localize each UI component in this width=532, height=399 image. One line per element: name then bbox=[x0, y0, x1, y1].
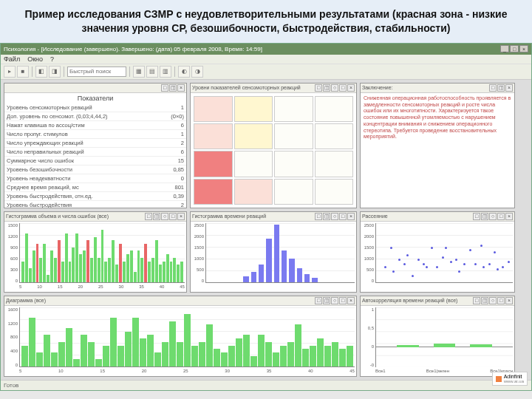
panel-title: Автокорреляция времени реакций (все) bbox=[362, 298, 457, 303]
panel-title: Диаграмма (все) bbox=[6, 298, 46, 303]
close-button[interactable]: × bbox=[519, 45, 528, 52]
tool-icon[interactable]: ▥ bbox=[160, 66, 171, 78]
panel-btn[interactable]: □ bbox=[169, 213, 177, 220]
menu-file[interactable]: Файл bbox=[4, 55, 20, 63]
param-label: Суммарное число ошибок bbox=[4, 157, 160, 165]
chart-bar3: 10,50-0 Все1Все1|зеленВсе1|красн bbox=[361, 306, 514, 376]
panel-btn[interactable]: × bbox=[177, 84, 185, 92]
panel-btn[interactable]: ◫ bbox=[323, 84, 330, 92]
panel-title: Заключение: bbox=[362, 85, 393, 90]
panel-btn[interactable]: ◫ bbox=[497, 84, 505, 92]
branding-badge: Adinfinit www.ai.ua bbox=[492, 372, 528, 386]
panel-btn[interactable]: □ bbox=[339, 297, 347, 304]
panel-btn[interactable]: □ bbox=[473, 213, 480, 220]
logo-icon bbox=[496, 376, 502, 382]
minimize-button[interactable]: _ bbox=[500, 45, 509, 52]
chart-bar1: 150012009006003000 51015202530354045 bbox=[4, 222, 186, 292]
param-value: 6 bbox=[160, 148, 186, 156]
panel-hist: Гистограмма времени реакций □ ◫ ○ □ × 25… bbox=[190, 211, 357, 293]
chart-hist: 25002000150010005000 bbox=[191, 222, 356, 292]
statusbar: Готов bbox=[1, 380, 531, 390]
panel-btn[interactable]: ◫ bbox=[153, 213, 160, 220]
app-window: Психология - [Исследование (завершено). … bbox=[0, 43, 532, 391]
chart-scatter: 25002000150010005000 bbox=[361, 222, 514, 292]
brand-name: Adinfinit bbox=[504, 374, 524, 379]
panel-btn[interactable]: × bbox=[347, 213, 355, 220]
status-text: Готов bbox=[4, 382, 18, 389]
panel-btn[interactable]: □ bbox=[473, 297, 480, 304]
param-value: 2 bbox=[160, 139, 186, 147]
param-value: (0×0) bbox=[160, 112, 186, 120]
panel-btn[interactable]: × bbox=[505, 297, 513, 304]
panel-btn[interactable]: □ bbox=[339, 84, 347, 92]
param-label: Число пропуг. стимулов bbox=[4, 130, 160, 138]
menu-help[interactable]: ? bbox=[50, 55, 54, 63]
tool-icon[interactable]: ▤ bbox=[146, 66, 158, 78]
search-input[interactable] bbox=[67, 66, 126, 77]
panel-btn[interactable]: □ bbox=[497, 297, 505, 304]
param-label: Уровень быстродействия, отн.ед. bbox=[4, 192, 160, 200]
window-title: Психология - [Исследование (завершено). … bbox=[4, 46, 262, 52]
tool-icon[interactable]: ▦ bbox=[133, 66, 145, 78]
tool-icon[interactable]: ■ bbox=[17, 66, 29, 78]
maximize-button[interactable]: □ bbox=[510, 45, 519, 52]
param-value: 0,85 bbox=[160, 166, 186, 174]
param-label: Доп. уровень по сенсомот. (0,03;4,44,2) bbox=[4, 112, 160, 120]
panel-btn[interactable]: × bbox=[177, 213, 185, 220]
panel-btn[interactable]: ◫ bbox=[323, 297, 330, 304]
panel-bar2: Диаграмма (все) □ ◫ ○ □ × 16001200800400… bbox=[4, 296, 357, 377]
tool-icon[interactable]: ◐ bbox=[178, 66, 190, 78]
panel-title: Гистограмма времени реакций bbox=[192, 214, 266, 219]
param-value: 15 bbox=[160, 157, 186, 165]
panel-matrix: Уровни показателей сенсомоторных реакций… bbox=[190, 83, 357, 208]
panel-btn[interactable]: □ bbox=[489, 84, 497, 92]
panel-bar3: Автокорреляция времени реакций (все) □ ◫… bbox=[360, 296, 515, 377]
panel-btn[interactable]: × bbox=[505, 84, 513, 92]
conclusion-text: Сниженная операционная работоспособность… bbox=[361, 93, 514, 208]
panel-btn[interactable]: □ bbox=[315, 297, 322, 304]
param-value: 0,39 bbox=[160, 192, 186, 200]
param-value: 0 bbox=[160, 174, 186, 183]
chart-bar2: 160012008004000 51015202530354045 bbox=[4, 306, 356, 376]
param-label: Среднее время реакций, мс bbox=[4, 183, 160, 191]
panel-btn[interactable]: ◫ bbox=[169, 84, 177, 92]
panel-conclusion: Заключение: □ ◫ × Сниженная операционная… bbox=[360, 83, 515, 208]
panel-btn[interactable]: ○ bbox=[331, 297, 338, 304]
panel-btn[interactable]: ○ bbox=[331, 213, 338, 220]
panel-scatter: Рассеяние □ ◫ ○ □ × 25002000150010005000 bbox=[360, 211, 515, 293]
param-value: 1 bbox=[160, 130, 186, 138]
panel-btn[interactable]: □ bbox=[315, 84, 322, 92]
panel-btn[interactable]: ○ bbox=[161, 213, 168, 220]
param-label: Число упреждающих реакций bbox=[4, 139, 160, 147]
panel-btn[interactable]: ◫ bbox=[481, 297, 488, 304]
params-title: Показатели bbox=[4, 93, 186, 103]
panel-btn[interactable]: □ bbox=[315, 213, 322, 220]
panel-btn[interactable]: × bbox=[347, 84, 355, 92]
tool-icon[interactable]: ◧ bbox=[35, 66, 47, 78]
panel-btn[interactable]: × bbox=[347, 297, 355, 304]
panel-btn[interactable]: ○ bbox=[489, 297, 497, 304]
tool-icon[interactable]: ◑ bbox=[191, 66, 203, 78]
panel-btn[interactable]: □ bbox=[145, 213, 152, 220]
toolbar: ▸ ■ ◧ ◨ ▦ ▤ ▥ ◐ ◑ bbox=[1, 64, 531, 80]
panel-parameters: □ ◫ × Показатели Уровень сенсомоторных р… bbox=[4, 83, 187, 208]
param-label: Уровень быстродействия bbox=[4, 201, 160, 208]
panel-title: Гистограмма объема и числа ошибок (все) bbox=[6, 214, 109, 219]
panel-btn[interactable]: □ bbox=[339, 213, 347, 220]
tool-icon[interactable]: ▸ bbox=[4, 66, 16, 78]
panel-btn[interactable]: □ bbox=[161, 84, 168, 92]
tool-icon[interactable]: ◨ bbox=[49, 66, 61, 78]
param-value: 2 bbox=[160, 201, 186, 208]
panel-btn[interactable]: □ bbox=[497, 213, 505, 220]
panel-btn[interactable]: × bbox=[505, 213, 513, 220]
matrix-grid bbox=[191, 93, 356, 208]
param-value: 1 bbox=[160, 103, 186, 112]
content-grid: □ ◫ × Показатели Уровень сенсомоторных р… bbox=[1, 80, 531, 380]
panel-btn[interactable]: ○ bbox=[489, 213, 497, 220]
panel-title: Рассеяние bbox=[362, 214, 388, 219]
param-label: Уровень неадекватности bbox=[4, 174, 160, 183]
panel-btn[interactable]: ○ bbox=[331, 84, 338, 92]
panel-btn[interactable]: ◫ bbox=[481, 213, 488, 220]
menu-window[interactable]: Окно bbox=[27, 55, 43, 63]
panel-btn[interactable]: ◫ bbox=[323, 213, 330, 220]
